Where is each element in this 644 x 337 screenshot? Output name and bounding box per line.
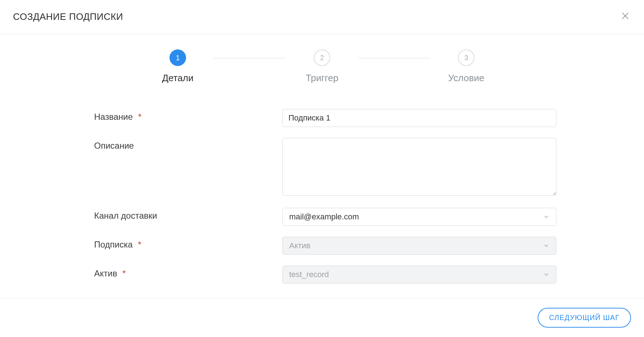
- step-number-badge: 2: [314, 49, 330, 66]
- description-textarea[interactable]: [282, 138, 556, 196]
- label-asset: Актив *: [88, 266, 282, 279]
- label-text: Подписка: [94, 240, 133, 249]
- select-value: mail@example.com: [289, 212, 359, 222]
- label-text: Актив: [94, 268, 117, 278]
- subscription-select: Актив: [282, 237, 556, 255]
- step-condition[interactable]: 3 Условие: [430, 49, 502, 84]
- label-text: Название: [94, 112, 133, 122]
- close-button[interactable]: [619, 10, 631, 23]
- asset-select: test_record: [282, 266, 556, 284]
- label-delivery-channel: Канал доставки: [88, 208, 282, 221]
- name-input[interactable]: [282, 109, 556, 127]
- label-description: Описание: [88, 138, 282, 151]
- form-row-asset: Актив * test_record: [88, 266, 556, 284]
- step-connector: [214, 58, 286, 58]
- control-wrap: [282, 109, 556, 127]
- chevron-down-icon: [543, 214, 550, 220]
- step-details[interactable]: 1 Детали: [142, 49, 214, 84]
- label-text: Описание: [94, 141, 134, 150]
- modal-footer: СЛЕДУЮЩИЙ ШАГ: [0, 298, 644, 337]
- form-row-description: Описание: [88, 138, 556, 197]
- step-number-badge: 1: [169, 49, 186, 66]
- delivery-channel-select[interactable]: mail@example.com: [282, 208, 556, 226]
- label-subscription: Подписка *: [88, 237, 282, 250]
- select-value: Актив: [289, 241, 310, 250]
- next-step-button[interactable]: СЛЕДУЮЩИЙ ШАГ: [538, 308, 631, 328]
- label-name: Название *: [88, 109, 282, 122]
- control-wrap: Актив: [282, 237, 556, 255]
- control-wrap: [282, 138, 556, 197]
- form-row-name: Название *: [88, 109, 556, 127]
- control-wrap: test_record: [282, 266, 556, 284]
- chevron-down-icon: [543, 242, 550, 249]
- label-text: Канал доставки: [94, 211, 157, 220]
- required-marker: *: [138, 240, 141, 249]
- control-wrap: mail@example.com: [282, 208, 556, 226]
- required-marker: *: [138, 112, 141, 122]
- chevron-down-icon: [543, 271, 550, 278]
- form-row-delivery-channel: Канал доставки mail@example.com: [88, 208, 556, 226]
- step-label: Условие: [448, 73, 485, 84]
- step-connector: [358, 58, 430, 58]
- details-form: Название * Описание Канал доставки mail@…: [80, 109, 564, 284]
- step-label: Детали: [162, 73, 194, 84]
- form-row-subscription: Подписка * Актив: [88, 237, 556, 255]
- modal-title: СОЗДАНИЕ ПОДПИСКИ: [13, 11, 123, 22]
- required-marker: *: [123, 268, 126, 278]
- select-value: test_record: [289, 270, 329, 279]
- modal-header: СОЗДАНИЕ ПОДПИСКИ: [0, 0, 644, 34]
- wizard-steps: 1 Детали 2 Триггер 3 Условие: [124, 49, 520, 84]
- close-icon: [621, 12, 630, 22]
- step-label: Триггер: [306, 73, 339, 84]
- step-number-badge: 3: [458, 49, 475, 66]
- step-trigger[interactable]: 2 Триггер: [286, 49, 358, 84]
